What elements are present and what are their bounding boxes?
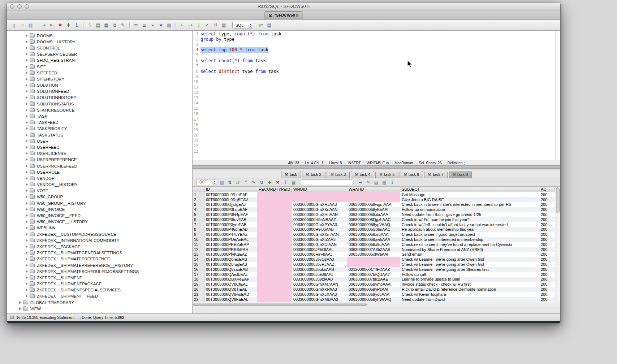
download-icon[interactable]: ↓: [389, 179, 395, 185]
table-row[interactable]: 2100T3000000QV8wsEAD0033000000GmXLXAA300…: [193, 292, 555, 297]
disclosure-triangle-icon[interactable]: [26, 59, 28, 62]
disclosure-triangle-icon[interactable]: [26, 177, 28, 180]
tree-item-sfdc-registrant[interactable]: SFDC_REGISTRANT: [7, 57, 192, 64]
tree-item-weblink[interactable]: WEBLINK: [7, 225, 192, 231]
disclosure-triangle-icon[interactable]: [26, 121, 28, 124]
result-tab-task-7[interactable]: ⊠task 7: [424, 171, 448, 178]
disclosure-triangle-icon[interactable]: [26, 103, 28, 105]
disclosure-triangle-icon[interactable]: [26, 171, 28, 174]
minimize-button[interactable]: [17, 4, 22, 9]
column-header-recordtypeid[interactable]: RECORDTYPEID: [257, 187, 292, 192]
disclosure-triangle-icon[interactable]: [26, 115, 28, 118]
object-info-icon[interactable]: ℹ: [73, 22, 80, 29]
tree-item-view[interactable]: VIEW: [7, 306, 192, 312]
tree-item-userprofilefeed[interactable]: USERPROFILEFEED: [7, 163, 192, 169]
edit-sql-icon[interactable]: ✎: [365, 179, 371, 185]
fetch-results-icon[interactable]: ↓: [195, 22, 202, 29]
column-header-ac[interactable]: AC: [539, 187, 555, 192]
tree-item-scontrol[interactable]: SCONTROL: [7, 45, 192, 51]
tree-item-task[interactable]: TASK: [7, 113, 192, 119]
column-header-id[interactable]: ID: [204, 187, 257, 192]
save-results-icon[interactable]: ▥: [219, 179, 225, 185]
result-tab-task-6[interactable]: ⊠task 6: [400, 171, 423, 178]
table-row[interactable]: 2000T3000000QV8TjEAL0033000000GmXKPAA300…: [193, 287, 555, 292]
close-tab-icon[interactable]: ⊠: [285, 172, 288, 177]
tree-item-taskstatus[interactable]: TASKSTATUS: [7, 132, 192, 138]
copy-results-icon[interactable]: ⧉: [259, 179, 265, 185]
results-horizontal-scrollbar[interactable]: [193, 302, 560, 307]
disclosure-triangle-icon[interactable]: [19, 307, 21, 310]
column-header-subject[interactable]: SUBJECT: [400, 187, 539, 192]
schedule-icon[interactable]: ▦: [220, 22, 227, 29]
close-tab-icon[interactable]: ⊠: [453, 172, 456, 177]
delete-object-icon[interactable]: ✖: [57, 22, 64, 29]
result-tab-task-4[interactable]: ⊠task 4: [351, 171, 374, 178]
sort-filter-icon[interactable]: ⇅: [227, 179, 233, 185]
disclosure-triangle-icon[interactable]: [26, 233, 28, 236]
close-tab-icon[interactable]: ⊠: [379, 172, 383, 177]
tree-item-taskpriority[interactable]: TASKPRIORITY: [7, 126, 192, 132]
dropdown-stepper-icon[interactable]: ▲▼: [212, 179, 217, 185]
disclosure-triangle-icon[interactable]: [26, 152, 28, 155]
tree-item-zkfedex-shipmentpackage[interactable]: ZKFEDEX__SHIPMENTPACKAGE: [7, 281, 192, 287]
tree-item-w50-group[interactable]: W50_GROUP: [7, 194, 192, 200]
tree-item-zkfedex-package[interactable]: ZKFEDEX__PACKAGE: [7, 243, 192, 250]
tree-item-staticresource[interactable]: STATICRESOURCE: [7, 107, 192, 113]
tree-item-zkfedex-customaddresssource[interactable]: ZKFEDEX__CUSTOMADDRESSSOURCE: [7, 231, 192, 237]
result-tab-task-2[interactable]: ⊠task 2: [302, 171, 325, 178]
tree-item-zkfedex-shipmategeneralsettings[interactable]: ZKFEDEX__SHIPMATEGENERALSETTINGS: [7, 250, 192, 256]
scrollbar-thumb[interactable]: [193, 303, 367, 306]
table-row[interactable]: 1700T3000000QAeJbEAL0033000000Ju9J9AAJ00…: [193, 272, 555, 277]
sql-editor[interactable]: 1select type, count(*) from task2group b…: [193, 31, 560, 160]
tree-item-userlicense[interactable]: USERLICENSE: [7, 151, 192, 157]
tree-item-userrole[interactable]: USERROLE: [7, 169, 192, 175]
disclosure-triangle-icon[interactable]: [26, 270, 28, 273]
results-vertical-scrollbar[interactable]: [555, 187, 560, 302]
scrollbar-thumb[interactable]: [556, 187, 560, 213]
disclosure-triangle-icon[interactable]: [26, 214, 28, 217]
disclosure-triangle-icon[interactable]: [26, 264, 28, 267]
tree-item-sitefeed[interactable]: SITEFEED: [7, 70, 192, 76]
form-view-icon[interactable]: ▤: [373, 179, 379, 185]
close-tab-icon[interactable]: ⊠: [404, 172, 407, 177]
tree-item-site[interactable]: SITE: [7, 64, 192, 70]
disclosure-triangle-icon[interactable]: [26, 183, 28, 186]
table-row[interactable]: 1000T3000000POeAnEAL0033000000GmXIZAA300…: [193, 237, 555, 242]
disclosure-triangle-icon[interactable]: [19, 301, 21, 304]
export-data-icon[interactable]: ⇤: [48, 22, 55, 29]
tree-item-w50-invoice-feed[interactable]: W50_INVOICE__FEED: [7, 212, 192, 218]
result-tab-task-5[interactable]: ⊠task 5: [375, 171, 399, 178]
table-row[interactable]: 700T3000000P3yrbEAB0033000000GmXPYAA3006…: [193, 222, 555, 227]
insert-row-icon[interactable]: ✚: [267, 179, 273, 185]
view-contents-icon[interactable]: ▦: [103, 22, 110, 29]
close-tab-icon[interactable]: ⊠: [306, 172, 309, 177]
editor-vertical-scrollbar[interactable]: [555, 31, 560, 160]
tree-item-vendor-history[interactable]: VENDOR__HISTORY: [7, 182, 192, 188]
tree-item-user[interactable]: USER: [7, 138, 192, 144]
table-list-icon[interactable]: ▦: [266, 22, 273, 29]
disclosure-triangle-icon[interactable]: [26, 90, 28, 93]
tree-item-vendor[interactable]: VENDOR: [7, 175, 192, 181]
add-object-icon[interactable]: ✚: [65, 22, 72, 29]
connections-icon[interactable]: ⇄: [258, 22, 264, 29]
table-row[interactable]: 600T3000000P3tuvEAB0033000000H9aNBAAZ006…: [193, 217, 555, 222]
database-tree-panel[interactable]: ROOMSROOMS__HISTORYSCONTROLSELFSERVICEUS…: [7, 31, 193, 313]
title-bar[interactable]: RazorSQL - SFDCW50 II: [7, 3, 560, 10]
tree-item-selfserviceuser[interactable]: SELFSERVICEUSER: [7, 51, 192, 57]
result-tab-task[interactable]: ⊠task: [281, 171, 301, 178]
disclosure-triangle-icon[interactable]: [26, 202, 28, 205]
table-row[interactable]: 1800T3000000QBXPeEAP0033000000Ju9zIAAB00…: [193, 277, 555, 282]
back-icon[interactable]: ←: [179, 22, 186, 29]
save-file-icon[interactable]: ▥: [381, 179, 387, 185]
disclosure-triangle-icon[interactable]: [26, 34, 28, 37]
table-row[interactable]: 1100T3000000PREZaEAP0033000000GmXOiAAN00…: [193, 242, 555, 247]
close-tab-icon[interactable]: ⊠: [428, 172, 431, 177]
spreadsheet-icon[interactable]: ▦: [290, 179, 297, 185]
indent-sql-icon[interactable]: »: [149, 22, 156, 29]
format-sql-icon[interactable]: ≡: [133, 22, 139, 29]
execute-sql-icon[interactable]: ϟ: [86, 22, 93, 29]
disclosure-triangle-icon[interactable]: [26, 65, 28, 68]
forward-icon[interactable]: →: [187, 22, 194, 29]
column-header-whatid[interactable]: WHATID: [347, 187, 400, 192]
tree-item-zkfedex-shipment-feed[interactable]: ZKFEDEX__SHIPMENT__FEED: [7, 293, 192, 299]
